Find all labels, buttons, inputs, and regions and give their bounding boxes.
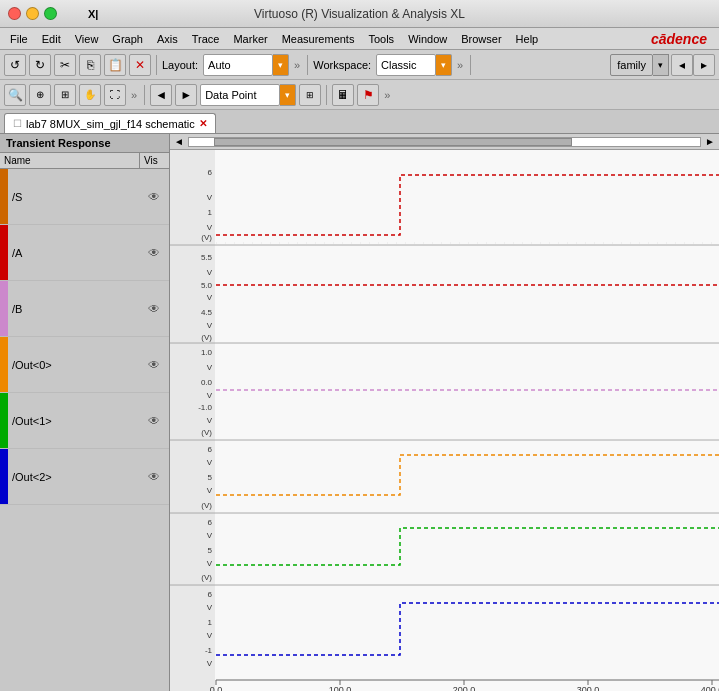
separator-2 xyxy=(307,55,308,75)
paste-button[interactable]: 📋 xyxy=(104,54,126,76)
svg-text:V: V xyxy=(207,559,213,568)
minimize-button[interactable] xyxy=(26,7,39,20)
family-next[interactable]: ▸ xyxy=(693,54,715,76)
toolbar-1: ↺ ↻ ✂ ⎘ 📋 ✕ Layout: Auto ▾ » Workspace: … xyxy=(0,50,719,80)
signal-row-A: /A 👁 xyxy=(0,225,169,281)
svg-text:300.0: 300.0 xyxy=(577,685,600,691)
svg-text:V: V xyxy=(207,486,213,495)
menu-item-marker[interactable]: Marker xyxy=(227,31,273,47)
signal-color-3 xyxy=(0,337,8,392)
datapoint-arrow[interactable]: ▾ xyxy=(280,84,296,106)
signal-vis-5[interactable]: 👁 xyxy=(139,470,169,484)
svg-text:1: 1 xyxy=(208,618,213,627)
marker-button[interactable]: ⚑ xyxy=(357,84,379,106)
svg-text:0.0: 0.0 xyxy=(210,685,223,691)
back-button[interactable]: ◄ xyxy=(150,84,172,106)
signal-color-4 xyxy=(0,393,8,448)
menu-item-file[interactable]: File xyxy=(4,31,34,47)
signal-vis-1[interactable]: 👁 xyxy=(139,246,169,260)
visibility-icon-5[interactable]: 👁 xyxy=(148,470,160,484)
separator-5 xyxy=(326,85,327,105)
scroll-right-arrow[interactable]: ► xyxy=(703,136,717,147)
tab-bar: ☐ lab7 8MUX_sim_gjl_f14 schematic ✕ xyxy=(0,110,719,134)
visibility-icon-0[interactable]: 👁 xyxy=(148,190,160,204)
svg-text:(V): (V) xyxy=(201,428,212,437)
visibility-icon-1[interactable]: 👁 xyxy=(148,246,160,260)
family-group: family ▾ ◂ ▸ xyxy=(610,54,715,76)
zoom-in-button[interactable]: ⊕ xyxy=(29,84,51,106)
close-button[interactable] xyxy=(8,7,21,20)
cursor-button[interactable]: ⛶ xyxy=(104,84,126,106)
svg-text:400.0: 400.0 xyxy=(701,685,719,691)
tab-label: lab7 8MUX_sim_gjl_f14 schematic xyxy=(26,118,195,130)
family-button[interactable]: family xyxy=(610,54,653,76)
signal-vis-4[interactable]: 👁 xyxy=(139,414,169,428)
datapoint-dropdown[interactable]: Data Point ▾ xyxy=(200,84,296,106)
signal-name-3: /Out<0> xyxy=(8,359,139,371)
main-tab[interactable]: ☐ lab7 8MUX_sim_gjl_f14 schematic ✕ xyxy=(4,113,216,133)
menu-item-help[interactable]: Help xyxy=(510,31,545,47)
menu-item-browser[interactable]: Browser xyxy=(455,31,507,47)
transient-header: Transient Response xyxy=(0,134,169,153)
delete-button[interactable]: ✕ xyxy=(129,54,151,76)
menu-item-trace[interactable]: Trace xyxy=(186,31,226,47)
menu-item-window[interactable]: Window xyxy=(402,31,453,47)
visibility-icon-4[interactable]: 👁 xyxy=(148,414,160,428)
workspace-dropdown[interactable]: Classic ▾ xyxy=(376,54,452,76)
cut-button[interactable]: ✂ xyxy=(54,54,76,76)
toolbar-expander-3[interactable]: » xyxy=(129,89,139,101)
undo-button[interactable]: ↺ xyxy=(4,54,26,76)
signal-vis-0[interactable]: 👁 xyxy=(139,190,169,204)
tab-close-button[interactable]: ✕ xyxy=(199,118,207,129)
toolbar-expander-4[interactable]: » xyxy=(382,89,392,101)
menu-item-axis[interactable]: Axis xyxy=(151,31,184,47)
horizontal-scrollbar[interactable]: ◄ ► xyxy=(170,134,719,150)
svg-text:V: V xyxy=(207,391,213,400)
layout-dropdown[interactable]: Auto ▾ xyxy=(203,54,289,76)
layout-arrow[interactable]: ▾ xyxy=(273,54,289,76)
signal-vis-3[interactable]: 👁 xyxy=(139,358,169,372)
menu-item-tools[interactable]: Tools xyxy=(362,31,400,47)
forward-button[interactable]: ► xyxy=(175,84,197,106)
toolbar-expander-2[interactable]: » xyxy=(455,59,465,71)
zoom-out-button[interactable]: 🔍 xyxy=(4,84,26,106)
family-prev[interactable]: ◂ xyxy=(671,54,693,76)
calculator-button[interactable]: 🖩 xyxy=(332,84,354,106)
scroll-thumb[interactable] xyxy=(214,138,572,146)
svg-text:(V): (V) xyxy=(201,573,212,582)
signal-vis-2[interactable]: 👁 xyxy=(139,302,169,316)
copy-button[interactable]: ⎘ xyxy=(79,54,101,76)
workspace-arrow[interactable]: ▾ xyxy=(436,54,452,76)
svg-text:V: V xyxy=(207,416,213,425)
window-controls xyxy=(8,7,57,20)
pan-button[interactable]: ✋ xyxy=(79,84,101,106)
family-arrow[interactable]: ▾ xyxy=(653,54,669,76)
signal-name-2: /B xyxy=(8,303,139,315)
svg-text:1: 1 xyxy=(208,208,213,217)
svg-text:(V): (V) xyxy=(201,333,212,342)
svg-text:V: V xyxy=(207,659,213,668)
separator-3 xyxy=(470,55,471,75)
chart-area[interactable]: ◄ ► /* grid drawn in main script */ 6 V … xyxy=(170,134,719,691)
signal-color-2 xyxy=(0,281,8,336)
menu-item-view[interactable]: View xyxy=(69,31,105,47)
menu-item-graph[interactable]: Graph xyxy=(106,31,149,47)
maximize-button[interactable] xyxy=(44,7,57,20)
zoom-fit-button[interactable]: ⊞ xyxy=(54,84,76,106)
visibility-icon-2[interactable]: 👁 xyxy=(148,302,160,316)
menu-item-measurements[interactable]: Measurements xyxy=(276,31,361,47)
visibility-icon-3[interactable]: 👁 xyxy=(148,358,160,372)
waveform-chart[interactable]: /* grid drawn in main script */ 6 V 1 V … xyxy=(170,150,719,691)
scroll-track[interactable] xyxy=(188,137,701,147)
snap-button[interactable]: ⊞ xyxy=(299,84,321,106)
toolbar-expander-1[interactable]: » xyxy=(292,59,302,71)
svg-text:5.0: 5.0 xyxy=(201,281,213,290)
scroll-left-arrow[interactable]: ◄ xyxy=(172,136,186,147)
signal-row-S: /S 👁 xyxy=(0,169,169,225)
menu-item-edit[interactable]: Edit xyxy=(36,31,67,47)
redo-button[interactable]: ↻ xyxy=(29,54,51,76)
signal-color-5 xyxy=(0,449,8,504)
svg-text:6: 6 xyxy=(208,168,213,177)
svg-text:-1: -1 xyxy=(205,646,213,655)
vis-column-header: Vis xyxy=(139,153,169,168)
